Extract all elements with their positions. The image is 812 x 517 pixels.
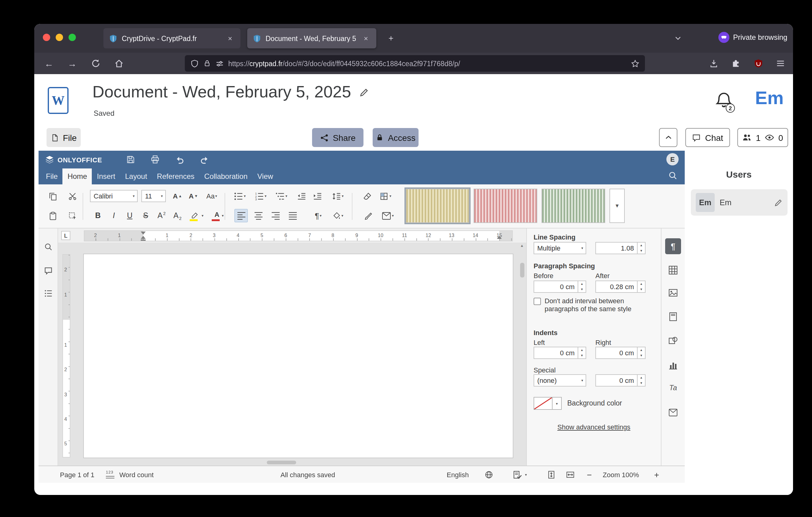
decrease-indent-button[interactable] xyxy=(294,189,308,203)
image-settings-icon[interactable] xyxy=(665,285,681,301)
tab-insert[interactable]: Insert xyxy=(92,168,120,184)
lock-icon[interactable] xyxy=(203,59,211,67)
style-preview-2[interactable] xyxy=(474,189,537,223)
search-icon[interactable] xyxy=(668,171,677,180)
fit-page-button[interactable] xyxy=(547,466,556,483)
edit-title-pencil-icon[interactable] xyxy=(359,87,369,97)
globe-icon[interactable] xyxy=(485,466,493,483)
underline-button[interactable]: U xyxy=(123,209,137,222)
decrement-font-button[interactable]: A▼ xyxy=(186,189,200,203)
page-indicator[interactable]: Page 1 of 1 xyxy=(60,466,94,483)
font-color-button[interactable]: A▾ xyxy=(210,209,228,222)
url-bar[interactable]: https://cryptpad.fr/doc/#/3/doc/edit/ff0… xyxy=(185,55,645,72)
select-all-icon[interactable] xyxy=(65,209,79,222)
spellcheck-button[interactable]: ▾ xyxy=(513,466,527,483)
tab-collaboration[interactable]: Collaboration xyxy=(200,168,253,184)
justify-button[interactable] xyxy=(286,209,299,222)
menu-hamburger-icon[interactable] xyxy=(772,55,789,72)
mail-merge-settings-icon[interactable] xyxy=(665,404,681,420)
tab-home[interactable]: Home xyxy=(63,168,92,184)
close-window-button[interactable] xyxy=(43,34,50,41)
superscript-button[interactable]: A2 xyxy=(155,209,168,222)
zoom-out-button[interactable]: − xyxy=(587,466,592,483)
right-indent-marker[interactable] xyxy=(497,236,502,239)
style-preview-3[interactable] xyxy=(542,189,605,223)
chat-button[interactable]: Chat xyxy=(685,128,730,147)
subscript-button[interactable]: A2 xyxy=(171,209,184,222)
tab-file[interactable]: File xyxy=(41,168,63,184)
styles-gallery-expand-button[interactable]: ▾ xyxy=(609,189,625,223)
document-canvas[interactable]: 2 1 1 2 3 4 5 ▲ xyxy=(58,243,526,466)
table-settings-icon[interactable] xyxy=(665,262,681,278)
align-right-button[interactable] xyxy=(269,209,282,222)
left-indent-marker[interactable] xyxy=(141,236,146,239)
nonprinting-chars-button[interactable]: ¶▾ xyxy=(309,209,327,222)
line-spacing-spinner[interactable]: 1.08▲▼ xyxy=(596,242,645,254)
increase-indent-button[interactable] xyxy=(310,189,324,203)
first-line-indent-marker[interactable] xyxy=(141,232,146,235)
comments-icon[interactable] xyxy=(43,265,54,276)
font-size-select[interactable]: 11▾ xyxy=(141,190,166,202)
tab-close-icon[interactable]: × xyxy=(225,33,235,43)
bold-button[interactable]: B xyxy=(91,209,105,222)
special-select[interactable]: (none)▾ xyxy=(533,374,586,386)
save-button[interactable] xyxy=(124,153,138,166)
zoom-in-button[interactable]: + xyxy=(654,466,659,483)
align-center-button[interactable] xyxy=(252,209,265,222)
align-left-button[interactable] xyxy=(234,209,248,222)
chart-settings-icon[interactable] xyxy=(665,357,681,373)
highlight-color-button[interactable]: ▾ xyxy=(188,209,206,222)
font-name-select[interactable]: Calibri▾ xyxy=(90,190,138,202)
maximize-window-button[interactable] xyxy=(68,34,76,41)
document-page[interactable] xyxy=(84,254,513,458)
copy-style-brush-icon[interactable] xyxy=(361,209,375,222)
reload-button[interactable] xyxy=(87,55,104,72)
word-count-button[interactable]: Word count xyxy=(119,466,153,483)
multilevel-list-button[interactable]: ▾ xyxy=(272,189,291,203)
user-avatar[interactable]: Em xyxy=(755,88,784,108)
tab-view[interactable]: View xyxy=(253,168,278,184)
tab-cryptdrive[interactable]: CryptDrive - CryptPad.fr × xyxy=(104,28,240,48)
italic-button[interactable]: I xyxy=(107,209,120,222)
tab-layout[interactable]: Layout xyxy=(120,168,152,184)
line-spacing-select[interactable]: Multiple▾ xyxy=(533,242,586,254)
paste-icon[interactable] xyxy=(46,209,59,222)
spacing-after-spinner[interactable]: 0.28 cm▲▼ xyxy=(596,280,645,293)
extensions-puzzle-icon[interactable] xyxy=(727,55,744,72)
downloads-icon[interactable] xyxy=(705,55,722,72)
edit-name-pencil-icon[interactable] xyxy=(774,198,783,207)
paragraph-shading-button[interactable]: ▾ xyxy=(328,209,347,222)
bookmark-star-icon[interactable] xyxy=(631,59,639,68)
redo-button[interactable] xyxy=(198,153,211,166)
find-icon[interactable] xyxy=(43,241,54,252)
tab-close-icon[interactable]: × xyxy=(361,33,371,43)
style-preview-1[interactable] xyxy=(406,189,469,223)
mail-merge-button[interactable]: ▾ xyxy=(379,209,397,222)
horizontal-scrollbar[interactable] xyxy=(58,460,516,465)
new-tab-button[interactable]: + xyxy=(384,31,398,45)
scroll-up-arrow[interactable]: ▲ xyxy=(520,244,524,247)
access-button[interactable]: Access xyxy=(373,128,418,147)
indent-right-spinner[interactable]: 0 cm▲▼ xyxy=(596,347,645,359)
strikethrough-button[interactable]: S xyxy=(139,209,152,222)
forward-button[interactable]: → xyxy=(64,55,81,72)
paragraph-settings-icon[interactable]: ¶ xyxy=(665,238,681,254)
special-spinner[interactable]: 0 cm▲▼ xyxy=(596,374,645,386)
back-button[interactable]: ← xyxy=(40,55,58,72)
tracking-shield-icon[interactable] xyxy=(190,59,199,68)
collaborator-avatar[interactable]: E xyxy=(666,153,678,165)
indent-left-spinner[interactable]: 0 cm▲▼ xyxy=(533,347,586,359)
undo-button[interactable] xyxy=(173,153,186,166)
shape-settings-icon[interactable] xyxy=(665,333,681,349)
header-footer-settings-icon[interactable] xyxy=(665,309,681,325)
copy-icon[interactable] xyxy=(46,189,59,203)
share-button[interactable]: Share xyxy=(312,128,364,147)
collapse-toolbar-button[interactable] xyxy=(659,128,677,147)
background-color-dropdown[interactable]: ▾ xyxy=(553,397,562,410)
background-color-swatch[interactable] xyxy=(533,397,553,410)
minimize-window-button[interactable] xyxy=(56,34,63,41)
permissions-icon[interactable] xyxy=(215,59,224,68)
print-button[interactable] xyxy=(149,153,162,166)
numbering-button[interactable]: 123▾ xyxy=(252,189,270,203)
file-menu-button[interactable]: File xyxy=(47,128,81,147)
